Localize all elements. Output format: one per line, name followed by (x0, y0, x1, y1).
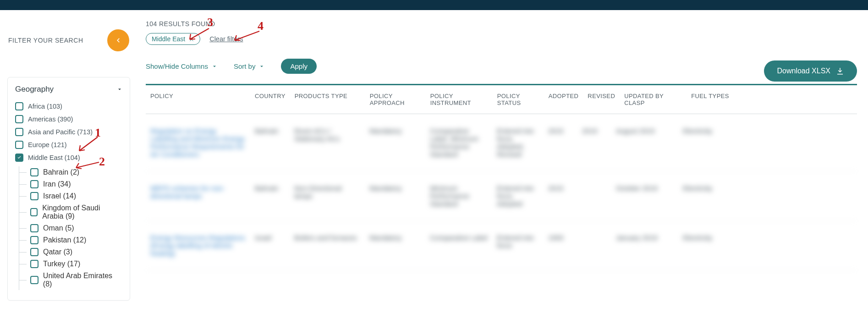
checkbox[interactable] (30, 180, 38, 188)
geo-item-middle-east[interactable]: Middle East (104) (15, 154, 122, 162)
th-products[interactable]: PRODUCTS TYPE (290, 93, 365, 106)
cell-country: Bahrain (250, 184, 290, 208)
cell-status: Entered into force (492, 234, 544, 257)
geo-subitem-turkey[interactable]: Turkey (17) (19, 258, 122, 270)
sort-by-dropdown[interactable]: Sort by (234, 62, 265, 70)
checkbox[interactable] (15, 102, 23, 110)
chip-remove-button[interactable] (189, 36, 194, 42)
geo-label: Turkey (17) (43, 260, 80, 268)
close-icon (189, 37, 194, 42)
cell-approach: Mandatory (365, 184, 425, 208)
th-policy[interactable]: POLICY (146, 93, 250, 106)
th-adopted[interactable]: ADOPTED (544, 93, 583, 106)
th-fuel[interactable]: FUEL TYPES (687, 93, 857, 106)
show-hide-columns-label: Show/Hide Columns (146, 62, 208, 70)
th-updated[interactable]: UPDATED BY CLASP (620, 93, 687, 106)
top-navbar (0, 0, 868, 10)
cell-revised (577, 184, 611, 208)
geo-subitem-qatar[interactable]: Qatar (3) (19, 246, 122, 258)
cell-adopted: 2015 (544, 184, 577, 208)
geo-label: Oman (5) (43, 224, 74, 232)
filter-chip-middle-east[interactable]: Middle East (146, 33, 200, 45)
geo-subitem-bahrain[interactable]: Bahrain (2) (19, 166, 122, 178)
geo-item-europe[interactable]: Europe (121) (15, 141, 122, 149)
th-instrument[interactable]: POLICY INSTRUMENT (426, 93, 493, 106)
geo-label: Middle East (104) (28, 154, 80, 161)
table-row[interactable]: Regulation on Energy Labelling and Minim… (146, 114, 857, 171)
main-content: 104 RESULTS FOUND Middle East Clear filt… (137, 10, 868, 310)
geo-label: Pakistan (12) (43, 236, 86, 244)
cell-updated: January 2019 (611, 234, 678, 257)
checkbox[interactable] (30, 248, 38, 256)
cell-ptype: Non-Directional lamps (290, 184, 365, 208)
geo-subitem-iran[interactable]: Iran (34) (19, 178, 122, 190)
checkbox[interactable] (30, 260, 38, 268)
geo-item-americas[interactable]: Americas (390) (15, 115, 122, 123)
geo-label: Bahrain (2) (43, 168, 79, 176)
checkbox[interactable] (30, 224, 38, 232)
show-hide-columns-dropdown[interactable]: Show/Hide Columns (146, 62, 217, 70)
geo-label: Qatar (3) (43, 248, 72, 256)
chevron-left-icon (115, 37, 121, 44)
th-approach[interactable]: POLICY APPROACH (365, 93, 426, 106)
cell-ptype: Boilers and furnaces (290, 234, 365, 257)
cell-fuel: Electricity (678, 127, 857, 158)
checkbox[interactable] (15, 115, 23, 123)
geo-sublist-middle-east: Bahrain (2) Iran (34) Israel (14) Kingdo… (19, 166, 122, 290)
geo-subitem-pakistan[interactable]: Pakistan (12) (19, 234, 122, 246)
download-icon (836, 67, 844, 75)
cell-approach: Mandatory (365, 234, 425, 257)
geo-subitem-uae[interactable]: United Arab Emirates (8) (19, 270, 122, 290)
cell-policy[interactable]: Regulation on Energy Labelling and Minim… (146, 127, 250, 158)
cell-revised (577, 234, 611, 257)
cell-policy[interactable]: Energy Resources Regulations (Energy lab… (146, 234, 250, 257)
cell-adopted: 1993 (544, 234, 577, 257)
geo-subitem-israel[interactable]: Israel (14) (19, 190, 122, 202)
download-xlsx-button[interactable]: Download XLSX (764, 60, 857, 82)
geo-label: Iran (34) (43, 180, 71, 188)
table-header: POLICY COUNTRY PRODUCTS TYPE POLICY APPR… (146, 84, 857, 114)
geography-list: Africa (103) Americas (390) Asia and Pac… (15, 102, 122, 290)
chevron-down-icon (259, 64, 264, 69)
cell-adopted: 2015 (544, 127, 577, 158)
geo-subitem-oman[interactable]: Oman (5) (19, 222, 122, 234)
geo-label: Israel (14) (43, 192, 76, 200)
checkbox[interactable] (15, 154, 23, 162)
table-row[interactable]: Energy Resources Regulations (Energy lab… (146, 221, 857, 270)
filter-card-geography: Geography Africa (103) Americas (390) As… (7, 77, 130, 301)
table-row[interactable]: MEPS schemes for non-directional lamps B… (146, 171, 857, 221)
cell-policy[interactable]: MEPS schemes for non-directional lamps (146, 184, 250, 208)
clear-filters-link[interactable]: Clear filters (209, 35, 243, 43)
checkbox[interactable] (30, 208, 38, 216)
sidebar-filters: FILTER YOUR SEARCH Geography Africa (103… (0, 10, 137, 310)
checkbox[interactable] (30, 192, 38, 200)
geo-label: United Arab Emirates (8) (43, 272, 122, 288)
th-status[interactable]: POLICY STATUS (493, 93, 544, 106)
filter-title: FILTER YOUR SEARCH (8, 37, 83, 44)
checkbox[interactable] (30, 236, 38, 244)
geo-label: Asia and Pacific (713) (28, 128, 93, 136)
apply-button[interactable]: Apply (281, 59, 317, 74)
cell-fuel: Electricity (678, 184, 857, 208)
geo-item-africa[interactable]: Africa (103) (15, 102, 122, 110)
checkbox[interactable] (15, 141, 23, 149)
checkbox[interactable] (15, 128, 23, 136)
geo-label: Kingdom of Saudi Arabia (9) (42, 204, 122, 220)
checkbox[interactable] (30, 168, 38, 176)
cell-updated: October 2019 (611, 184, 678, 208)
sort-by-label: Sort by (234, 62, 256, 70)
collapse-sidebar-button[interactable] (107, 29, 129, 51)
cell-ptype: Room ACs / Stationary ACs (290, 127, 365, 158)
cell-updated: August 2019 (611, 127, 678, 158)
cell-revised: 2019 (577, 127, 611, 158)
cell-instrument: Minimum Performance Standard (425, 184, 492, 208)
geography-section-label: Geography (15, 85, 54, 94)
geo-subitem-ksa[interactable]: Kingdom of Saudi Arabia (9) (19, 202, 122, 222)
results-count: 104 RESULTS FOUND (146, 20, 857, 27)
geography-section-toggle[interactable]: Geography (15, 85, 122, 94)
geo-item-asia-pacific[interactable]: Asia and Pacific (713) (15, 128, 122, 136)
checkbox[interactable] (30, 276, 38, 284)
th-revised[interactable]: REVISED (583, 93, 620, 106)
cell-approach: Mandatory (365, 127, 425, 158)
th-country[interactable]: COUNTRY (250, 93, 290, 106)
